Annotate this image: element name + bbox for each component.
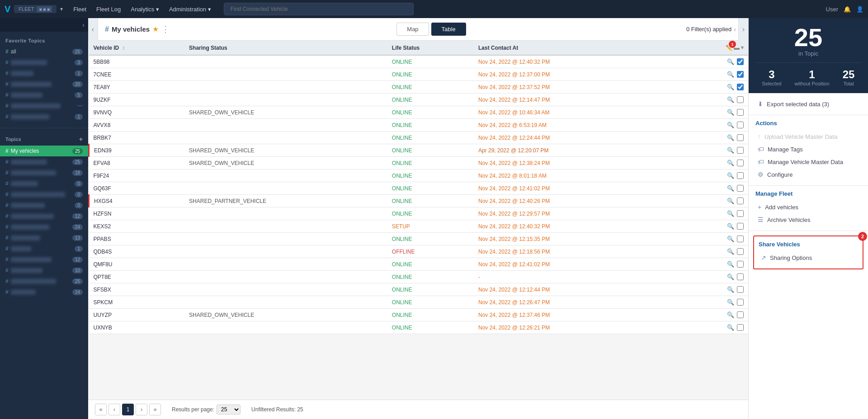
map-view-button[interactable]: Map <box>396 23 429 36</box>
sidebar-item-my-vehicles[interactable]: # My vehicles 25 <box>0 146 88 156</box>
per-page-select[interactable]: 25 50 100 <box>217 405 241 414</box>
row-search-icon[interactable]: 🔍 <box>727 248 734 255</box>
row-search-icon[interactable]: 🔍 <box>727 299 734 306</box>
row-checkbox[interactable] <box>737 198 744 204</box>
row-search-icon[interactable]: 🔍 <box>727 185 734 192</box>
action-sharing-options[interactable]: ↗ Sharing Options <box>759 251 858 264</box>
row-search-icon[interactable]: 🔍 <box>727 223 734 230</box>
row-checkbox[interactable] <box>737 223 744 230</box>
row-search-icon[interactable]: 🔍 <box>727 58 734 65</box>
user-avatar[interactable]: 👤 <box>856 6 863 13</box>
row-checkbox[interactable] <box>737 84 744 90</box>
row-search-icon[interactable]: 🔍 <box>727 311 734 318</box>
col-last-contact[interactable]: Last Contact At <box>474 41 663 55</box>
more-options-icon[interactable]: ⋮ <box>161 24 170 34</box>
row-checkbox[interactable] <box>737 273 744 280</box>
sidebar-item-t12[interactable]: # 10 <box>0 265 88 276</box>
row-search-icon[interactable]: 🔍 <box>727 273 734 280</box>
sidebar-item-t6[interactable]: # 0 <box>0 200 88 211</box>
row-checkbox[interactable] <box>737 185 744 192</box>
sidebar-item-fav2[interactable]: # 3 <box>0 57 88 68</box>
filter-collapse-arrow[interactable]: ‹ <box>734 26 736 33</box>
search-input[interactable] <box>224 3 414 15</box>
row-checkbox[interactable] <box>737 311 744 318</box>
page-1-button[interactable]: 1 <box>122 404 134 415</box>
row-search-icon[interactable]: 🔍 <box>727 286 734 293</box>
sidebar-item-t8[interactable]: # 24 <box>0 221 88 232</box>
row-search-icon[interactable]: 🔍 <box>727 324 734 331</box>
last-page-button[interactable]: » <box>149 404 161 415</box>
row-checkbox[interactable] <box>737 286 744 293</box>
row-checkbox[interactable] <box>737 235 744 242</box>
row-checkbox[interactable] <box>737 299 744 306</box>
sidebar-item-all[interactable]: # all 25 <box>0 46 88 57</box>
row-checkbox[interactable] <box>737 96 744 103</box>
action-add-vehicles[interactable]: + Add vehicles <box>755 201 861 213</box>
row-search-icon[interactable]: 🔍 <box>727 84 734 90</box>
row-search-icon[interactable]: 🔍 <box>727 96 734 103</box>
export-button[interactable]: ⬇ Export selected data (3) <box>755 98 861 110</box>
table-view-button[interactable]: Table <box>431 23 466 36</box>
nav-link-fleetlog[interactable]: Fleet Log <box>92 4 125 15</box>
next-page-button[interactable]: › <box>136 404 147 415</box>
row-search-icon[interactable]: 🔍 <box>727 147 734 154</box>
row-search-icon[interactable]: 🔍 <box>727 109 734 116</box>
sidebar-item-fav7[interactable]: # 1 <box>0 111 88 122</box>
row-checkbox[interactable] <box>737 109 744 116</box>
right-collapse-arrow[interactable]: › <box>738 18 748 41</box>
row-search-icon[interactable]: 🔍 <box>727 198 734 204</box>
action-upload[interactable]: ↑ Upload Vehicle Master Data <box>755 130 861 143</box>
sidebar-item-fav3[interactable]: # 1 <box>0 68 88 79</box>
sidebar-item-t14[interactable]: # 24 <box>0 287 88 297</box>
row-search-icon[interactable]: 🔍 <box>727 235 734 242</box>
action-manage-tags[interactable]: 🏷 Manage Tags <box>755 143 861 155</box>
col-life-status[interactable]: Life Status <box>387 41 474 55</box>
nav-dropdown-arrow[interactable]: ▾ <box>60 6 63 12</box>
nav-link-analytics[interactable]: Analytics ▾ <box>126 4 164 15</box>
col-expand-icon[interactable]: ▾ <box>741 45 744 51</box>
sidebar-item-t3[interactable]: # 18 <box>0 167 88 178</box>
sidebar-item-fav4[interactable]: # 20 <box>0 79 88 89</box>
row-checkbox[interactable] <box>737 248 744 255</box>
row-checkbox[interactable] <box>737 58 744 65</box>
row-checkbox[interactable] <box>737 172 744 179</box>
row-search-icon[interactable]: 🔍 <box>727 71 734 78</box>
row-search-icon[interactable]: 🔍 <box>727 122 734 128</box>
row-search-icon[interactable]: 🔍 <box>727 134 734 141</box>
sidebar-item-t11[interactable]: # 12 <box>0 254 88 265</box>
sidebar-item-t9[interactable]: # 13 <box>0 232 88 243</box>
left-collapse-arrow[interactable]: ‹ <box>88 18 98 41</box>
row-checkbox[interactable] <box>737 324 744 331</box>
sidebar-item-t2[interactable]: # 25 <box>0 156 88 167</box>
sidebar-collapse-btn[interactable]: ‹ <box>0 18 88 32</box>
col-sharing-status[interactable]: Sharing Status <box>184 41 387 55</box>
first-page-button[interactable]: « <box>95 404 107 415</box>
sidebar-item-t10[interactable]: # 1 <box>0 243 88 254</box>
row-checkbox[interactable] <box>737 122 744 128</box>
action-configure[interactable]: ⚙ Configure <box>755 168 861 181</box>
row-search-icon[interactable]: 🔍 <box>727 172 734 179</box>
sidebar-item-t4[interactable]: # 0 <box>0 178 88 189</box>
row-checkbox[interactable] <box>737 134 744 141</box>
row-checkbox[interactable] <box>737 261 744 268</box>
sidebar-item-t5[interactable]: # 0 <box>0 189 88 200</box>
sidebar-item-fav5[interactable]: # 5 <box>0 89 88 100</box>
nav-link-fleet[interactable]: Fleet <box>69 4 91 15</box>
col-vehicle-id[interactable]: Vehicle ID ↕ <box>89 41 185 55</box>
row-checkbox[interactable] <box>737 160 744 166</box>
sidebar-item-t7[interactable]: # 12 <box>0 211 88 221</box>
favorite-star[interactable]: ★ <box>152 25 159 33</box>
add-topic-icon[interactable]: + <box>79 136 83 143</box>
row-search-icon[interactable]: 🔍 <box>727 160 734 166</box>
row-checkbox[interactable] <box>737 210 744 217</box>
row-checkbox[interactable] <box>737 71 744 78</box>
action-manage-master-data[interactable]: 🏷 Manage Vehicle Master Data <box>755 155 861 168</box>
sidebar-item-fav6[interactable]: # <box>0 100 88 111</box>
action-archive-vehicles[interactable]: ☰ Archive Vehicles <box>755 213 861 226</box>
row-checkbox[interactable] <box>737 147 744 154</box>
prev-page-button[interactable]: ‹ <box>108 404 120 415</box>
row-search-icon[interactable]: 🔍 <box>727 261 734 268</box>
notification-icon[interactable]: 🔔 <box>844 6 851 13</box>
nav-link-admin[interactable]: Administration ▾ <box>165 4 216 15</box>
row-search-icon[interactable]: 🔍 <box>727 210 734 217</box>
